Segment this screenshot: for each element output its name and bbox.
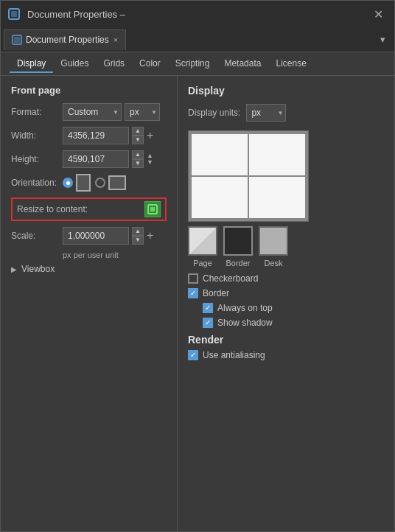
- viewbox-row[interactable]: ▶ Viewbox: [11, 264, 167, 274]
- display-title: Display: [188, 85, 384, 97]
- resize-icon: [147, 203, 158, 215]
- tab-metadata[interactable]: Metadata: [217, 55, 268, 73]
- preview-cell-tr: [249, 134, 305, 175]
- right-panel: Display Display units: px: [178, 76, 394, 531]
- border-swatch[interactable]: [223, 226, 253, 256]
- height-arrows-icon: ▲ ▼: [147, 153, 153, 166]
- render-title: Render: [188, 334, 384, 346]
- height-increment[interactable]: ▲: [132, 150, 144, 159]
- format-select-wrapper: Custom: [63, 103, 122, 121]
- tab-strip: Document Properties × ▾: [1, 27, 394, 52]
- always-on-top-label: Always on top: [217, 303, 273, 313]
- scale-increment[interactable]: ▲: [132, 227, 144, 236]
- scale-decrement[interactable]: ▼: [132, 236, 144, 245]
- width-input[interactable]: [63, 127, 129, 144]
- scale-plus-icon[interactable]: +: [147, 229, 153, 242]
- document-properties-window: Document Properties – ✕ Document Propert…: [0, 0, 395, 532]
- width-plus-icon[interactable]: +: [147, 129, 153, 142]
- tab-icon: [12, 35, 22, 45]
- unit-select-wrapper: px: [125, 103, 160, 121]
- desk-swatch-group: Desk: [259, 226, 288, 267]
- title-bar-text: Document Properties –: [27, 9, 368, 20]
- tab-color[interactable]: Color: [132, 55, 168, 73]
- border-swatch-group: Border: [223, 226, 253, 267]
- scale-row: Scale: ▲ ▼ +: [11, 227, 167, 245]
- svg-rect-1: [11, 11, 17, 17]
- display-units-label: Display units:: [188, 108, 240, 118]
- tab-scripting[interactable]: Scripting: [168, 55, 217, 73]
- display-units-row: Display units: px: [188, 104, 384, 122]
- height-decrement[interactable]: ▼: [132, 159, 144, 168]
- scale-label: Scale:: [11, 231, 63, 241]
- portrait-radio[interactable]: [63, 174, 91, 192]
- page-swatch[interactable]: [188, 226, 217, 256]
- orientation-label: Orientation:: [11, 178, 63, 188]
- scale-input[interactable]: [63, 227, 129, 245]
- antialiasing-row: Use antialiasing: [188, 350, 384, 360]
- scale-stepper: ▲ ▼: [132, 227, 144, 245]
- show-shadow-label: Show shadow: [217, 318, 273, 328]
- tab-close-icon[interactable]: ×: [113, 35, 118, 44]
- preview-cell-bl: [192, 177, 248, 218]
- tab-overflow-arrow[interactable]: ▾: [374, 31, 391, 48]
- portrait-radio-dot: [63, 178, 73, 188]
- orientation-radio-group: [63, 174, 126, 192]
- swatch-row: Page Border Desk: [188, 226, 384, 267]
- antialiasing-checkbox[interactable]: [188, 350, 198, 360]
- scale-unit-label: px per user unit: [63, 251, 167, 259]
- resize-button[interactable]: [144, 201, 161, 217]
- border-check-row: Border: [188, 288, 384, 298]
- unit-select[interactable]: px: [125, 103, 160, 121]
- landscape-radio-dot: [95, 178, 105, 188]
- close-button[interactable]: ✕: [368, 4, 388, 24]
- page-preview-grid: [192, 134, 305, 218]
- always-on-top-checkbox[interactable]: [203, 303, 213, 313]
- width-increment[interactable]: ▲: [132, 127, 144, 136]
- height-input[interactable]: [63, 150, 129, 168]
- tab-guides[interactable]: Guides: [53, 55, 96, 73]
- tab-label: Document Properties: [26, 35, 109, 45]
- tab-grids[interactable]: Grids: [96, 55, 132, 73]
- page-swatch-group: Page: [188, 226, 217, 267]
- border-swatch-label[interactable]: Border: [226, 259, 250, 267]
- width-decrement[interactable]: ▼: [132, 136, 144, 144]
- page-preview-container: [188, 130, 309, 222]
- border-checkbox[interactable]: [188, 288, 198, 298]
- tab-license[interactable]: License: [268, 55, 313, 73]
- show-shadow-row: Show shadow: [203, 318, 384, 328]
- desk-swatch[interactable]: [259, 226, 288, 256]
- show-shadow-checkbox[interactable]: [203, 318, 213, 328]
- app-icon: [7, 7, 21, 21]
- checkerboard-row: Checkerboard: [188, 273, 384, 284]
- format-label: Format:: [11, 107, 63, 117]
- checkerboard-label: Checkerboard: [203, 273, 258, 284]
- viewbox-label: Viewbox: [21, 264, 55, 274]
- height-stepper: ▲ ▼: [132, 150, 144, 168]
- landscape-radio[interactable]: [95, 175, 126, 190]
- format-select[interactable]: Custom: [63, 103, 122, 121]
- desk-label[interactable]: Desk: [264, 259, 282, 267]
- page-label[interactable]: Page: [193, 259, 212, 267]
- height-row: Height: ▲ ▼ ▲ ▼: [11, 150, 167, 168]
- resize-to-content-row: Resize to content:: [11, 197, 167, 221]
- viewbox-arrow-icon: ▶: [11, 265, 17, 273]
- format-row: Format: Custom px: [11, 103, 167, 121]
- nav-tabs: Display Guides Grids Color Scripting Met…: [1, 52, 394, 76]
- portrait-icon: [76, 174, 91, 192]
- width-row: Width: ▲ ▼ +: [11, 127, 167, 144]
- left-panel: Front page Format: Custom px Width:: [1, 76, 178, 531]
- tab-display[interactable]: Display: [10, 55, 53, 73]
- border-check-label: Border: [203, 288, 229, 298]
- display-units-select-wrapper: px: [246, 104, 286, 122]
- width-label: Width:: [11, 130, 63, 141]
- orientation-row: Orientation:: [11, 174, 167, 192]
- always-on-top-row: Always on top: [203, 303, 384, 313]
- main-content: Front page Format: Custom px Width:: [1, 76, 394, 531]
- title-bar: Document Properties – ✕: [1, 1, 394, 27]
- resize-label: Resize to content:: [17, 204, 144, 214]
- svg-rect-3: [14, 37, 20, 43]
- checkerboard-checkbox[interactable]: [188, 273, 198, 284]
- document-properties-tab[interactable]: Document Properties ×: [4, 29, 126, 50]
- display-units-select[interactable]: px: [246, 104, 286, 122]
- height-label: Height:: [11, 154, 63, 164]
